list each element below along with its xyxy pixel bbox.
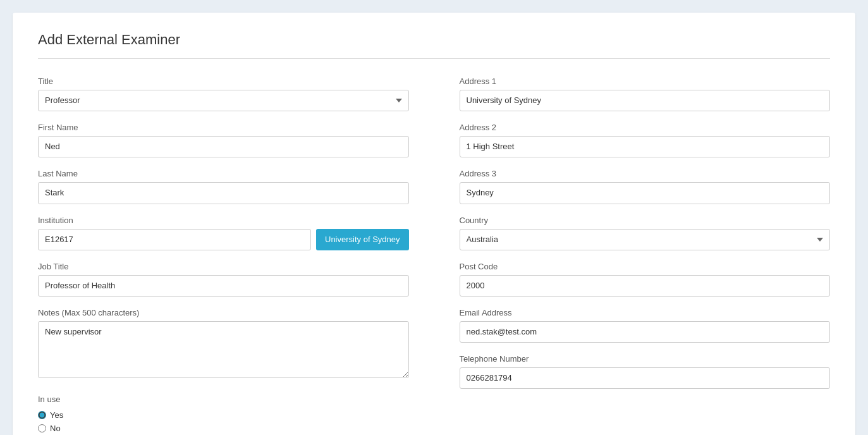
job-title-group: Job Title [38,262,409,297]
institution-group: Institution University of Sydney [38,216,409,250]
page-title: Add External Examiner [38,32,830,48]
address2-label: Address 2 [460,123,831,132]
institution-label: Institution [38,216,409,225]
address3-input[interactable] [460,182,831,204]
telephone-input[interactable] [460,367,831,389]
last-name-group: Last Name [38,169,409,204]
email-group: Email Address [460,308,831,343]
no-label: No [50,424,61,433]
first-name-input[interactable] [38,136,409,157]
address3-label: Address 3 [460,169,831,178]
address1-input[interactable] [460,90,831,111]
in-use-group: In use Yes No [38,395,409,433]
address2-input[interactable] [460,136,831,157]
postcode-label: Post Code [460,262,831,271]
radio-group: Yes No [38,410,409,433]
form-grid: Title Professor Dr Mr Mrs Ms Miss Mx Fir… [38,77,830,435]
first-name-group: First Name [38,123,409,157]
last-name-label: Last Name [38,169,409,178]
notes-group: Notes (Max 500 characters) New superviso… [38,308,409,381]
form-card: Add External Examiner Title Professor Dr… [13,13,855,435]
divider [38,58,830,59]
address1-label: Address 1 [460,77,831,86]
address2-group: Address 2 [460,123,831,157]
notes-textarea[interactable]: New supervisor [38,321,409,378]
address1-group: Address 1 [460,77,831,111]
email-input[interactable] [460,321,831,343]
institution-button[interactable]: University of Sydney [316,229,409,250]
notes-label: Notes (Max 500 characters) [38,308,409,317]
in-use-label: In use [38,395,409,404]
left-column: Title Professor Dr Mr Mrs Ms Miss Mx Fir… [38,77,409,435]
title-label: Title [38,77,409,86]
country-select[interactable]: Australia United Kingdom United States N… [460,229,831,250]
country-label: Country [460,216,831,225]
job-title-label: Job Title [38,262,409,271]
title-select[interactable]: Professor Dr Mr Mrs Ms Miss Mx [38,90,409,111]
first-name-label: First Name [38,123,409,132]
no-radio[interactable] [38,424,46,432]
right-column: Address 1 Address 2 Address 3 Country Au… [460,77,831,435]
title-group: Title Professor Dr Mr Mrs Ms Miss Mx [38,77,409,111]
yes-radio[interactable] [38,411,46,419]
yes-label: Yes [50,410,63,420]
no-option: No [38,424,409,433]
email-label: Email Address [460,308,831,317]
yes-option: Yes [38,410,409,420]
telephone-label: Telephone Number [460,354,831,364]
postcode-input[interactable] [460,275,831,297]
postcode-group: Post Code [460,262,831,297]
institution-input[interactable] [38,229,311,250]
institution-row: University of Sydney [38,229,409,250]
last-name-input[interactable] [38,182,409,204]
address3-group: Address 3 [460,169,831,204]
country-group: Country Australia United Kingdom United … [460,216,831,250]
job-title-input[interactable] [38,275,409,297]
telephone-group: Telephone Number [460,354,831,389]
